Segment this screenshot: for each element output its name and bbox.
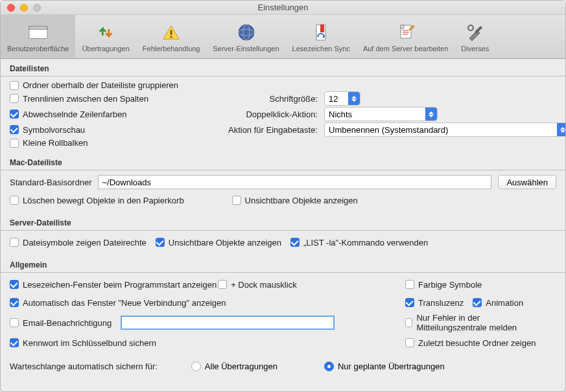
keychain-checkbox[interactable]: Kennwort im Schlüsselbund sichern bbox=[10, 338, 156, 348]
alt-rows-checkbox[interactable]: Abwechselnde Zeilenfarben bbox=[10, 110, 195, 119]
animation-checkbox[interactable]: Animation bbox=[473, 298, 523, 308]
label: Unsichtbare Objekte anzeigen bbox=[169, 238, 281, 248]
globe-icon bbox=[236, 22, 257, 43]
tab-label: Server-Einstellungen bbox=[213, 45, 279, 52]
preferences-window: Einstellungen Benutzeroberfläche Übertra… bbox=[0, 0, 566, 392]
translucency-checkbox[interactable]: Transluzenz bbox=[405, 298, 464, 308]
label: „LIST -la"-Kommando verwenden bbox=[303, 238, 428, 248]
email-checkbox[interactable]: Email-Benachrichtigung bbox=[10, 318, 112, 328]
tab-server-settings[interactable]: Server-Einstellungen bbox=[206, 15, 285, 58]
coloricons-checkbox[interactable]: Farbige Symbole bbox=[405, 280, 482, 290]
choose-button[interactable]: Auswählen bbox=[498, 175, 556, 189]
section-header-filelists: Dateilisten bbox=[1, 59, 565, 76]
label: Lesezeichen-Fenster beim Programmstart a… bbox=[23, 280, 217, 290]
email-input[interactable] bbox=[121, 316, 335, 330]
dblclick-value: Nichts bbox=[329, 110, 352, 119]
dblclick-select[interactable]: Nichts bbox=[324, 107, 438, 121]
dblclick-label: Doppelklick-Aktion: bbox=[211, 110, 318, 119]
errors-only-checkbox[interactable]: Nur Fehler in der Mitteilungszentrale me… bbox=[405, 313, 547, 332]
queue-all-radio[interactable]: Alle Übertragungen bbox=[191, 362, 277, 371]
svg-rect-1 bbox=[29, 27, 47, 30]
trash-checkbox[interactable]: Löschen bewegt Objekte in den Papierkorb bbox=[10, 196, 184, 205]
tab-label: Benutzeroberfläche bbox=[7, 45, 69, 52]
warning-icon bbox=[161, 22, 182, 43]
edit-document-icon bbox=[395, 22, 416, 43]
section-header-mac: Mac-Dateiliste bbox=[1, 153, 565, 170]
enter-value: Umbenennen (Systemstandard) bbox=[329, 125, 448, 135]
toolbar: Benutzeroberfläche Übertragungen Fehlerb… bbox=[1, 15, 565, 59]
tab-interface[interactable]: Benutzeroberfläche bbox=[1, 15, 75, 58]
tab-label: Fehlerbehandlung bbox=[143, 45, 200, 52]
tab-label: Lesezeichen Sync bbox=[292, 45, 350, 52]
tab-edit-on-server[interactable]: Auf dem Server bearbeiten bbox=[357, 15, 454, 58]
bookmarks-checkbox[interactable]: Lesezeichen-Fenster beim Programmstart a… bbox=[10, 280, 217, 290]
tab-label: Diverses bbox=[461, 45, 489, 52]
label: Zuletzt besuchte Ordner zeigen bbox=[418, 338, 536, 348]
svg-point-14 bbox=[468, 25, 473, 30]
icons-rights-checkbox[interactable]: Dateisymbole zeigen Dateirechte bbox=[10, 238, 147, 248]
font-size-label: Schriftgröße: bbox=[211, 94, 318, 104]
tab-errors[interactable]: Fehlerbehandlung bbox=[136, 15, 207, 58]
tab-misc[interactable]: Diverses bbox=[454, 15, 495, 58]
tab-label: Übertragungen bbox=[82, 45, 129, 52]
label: Abwechselnde Zeilenfarben bbox=[23, 110, 126, 119]
list-la-checkbox[interactable]: „LIST -la"-Kommando verwenden bbox=[290, 238, 428, 248]
label: Dateisymbole zeigen Dateirechte bbox=[23, 238, 147, 248]
content: Dateilisten Ordner oberhalb der Dateilis… bbox=[1, 59, 565, 379]
server-invisible-checkbox[interactable]: Unsichtbare Objekte anzeigen bbox=[156, 238, 281, 248]
label: Löschen bewegt Objekte in den Papierkorb bbox=[23, 196, 184, 205]
transfer-icon bbox=[95, 22, 116, 43]
titlebar: Einstellungen bbox=[1, 1, 565, 15]
enter-label: Aktion für Eingabetaste: bbox=[211, 125, 318, 135]
window-icon bbox=[28, 22, 49, 43]
label: Automatisch das Fenster "Neue Verbindung… bbox=[23, 298, 226, 308]
svg-rect-2 bbox=[171, 30, 172, 35]
label: Farbige Symbole bbox=[418, 280, 482, 290]
label: Ordner oberhalb der Dateiliste gruppiere… bbox=[23, 80, 178, 90]
label: Symbolvorschau bbox=[23, 125, 85, 135]
label: + Dock mausklick bbox=[231, 280, 297, 290]
bookmark-sync-icon bbox=[311, 22, 331, 43]
label: Auswählen bbox=[506, 178, 548, 187]
icon-preview-checkbox[interactable]: Symbolvorschau bbox=[10, 125, 195, 135]
label: Nur Fehler in der Mitteilungszentrale me… bbox=[416, 313, 547, 332]
label: Alle Übertragungen bbox=[205, 362, 277, 371]
recent-folders-checkbox[interactable]: Zuletzt besuchte Ordner zeigen bbox=[405, 338, 536, 348]
separators-checkbox[interactable]: Trennlinien zwischen den Spalten bbox=[10, 94, 195, 104]
queue-planned-radio[interactable]: Nur geplante Übertragungen bbox=[324, 362, 445, 371]
label: Nur geplante Übertragungen bbox=[338, 362, 445, 371]
queue-label: Warteschlange automatisch sichern für: bbox=[10, 362, 158, 371]
group-folders-checkbox[interactable]: Ordner oberhalb der Dateiliste gruppiere… bbox=[10, 80, 195, 90]
dock-checkbox[interactable]: + Dock mausklick bbox=[218, 280, 297, 290]
basefolder-input[interactable] bbox=[98, 175, 491, 189]
label: Unsichtbare Objekte anzeigen bbox=[245, 196, 358, 205]
label: Trennlinien zwischen den Spalten bbox=[23, 94, 148, 104]
tools-icon bbox=[465, 22, 486, 43]
label: Kennwort im Schlüsselbund sichern bbox=[23, 338, 156, 348]
label: Kleine Rollbalken bbox=[23, 138, 88, 148]
svg-point-4 bbox=[239, 25, 254, 40]
mac-invisible-checkbox[interactable]: Unsichtbare Objekte anzeigen bbox=[232, 196, 358, 205]
enter-select[interactable]: Umbenennen (Systemstandard) bbox=[324, 122, 566, 137]
svg-rect-3 bbox=[171, 36, 172, 38]
section-header-server: Server-Dateiliste bbox=[1, 213, 565, 231]
tab-bookmarks-sync[interactable]: Lesezeichen Sync bbox=[286, 15, 357, 58]
section-header-general: Allgemein bbox=[1, 255, 565, 273]
small-scrollbars-checkbox[interactable]: Kleine Rollbalken bbox=[10, 138, 195, 148]
basefolder-label: Standard-Basisordner bbox=[10, 178, 91, 187]
tab-transfers[interactable]: Übertragungen bbox=[75, 15, 136, 58]
label: Email-Benachrichtigung bbox=[23, 318, 112, 328]
font-size-value: 12 bbox=[329, 94, 338, 104]
label: Animation bbox=[486, 298, 523, 308]
font-size-select[interactable]: 12 bbox=[324, 91, 360, 106]
label: Transluzenz bbox=[418, 298, 464, 308]
window-title: Einstellungen bbox=[1, 3, 565, 12]
tab-label: Auf dem Server bearbeiten bbox=[363, 45, 448, 52]
newconn-checkbox[interactable]: Automatisch das Fenster "Neue Verbindung… bbox=[10, 298, 226, 308]
